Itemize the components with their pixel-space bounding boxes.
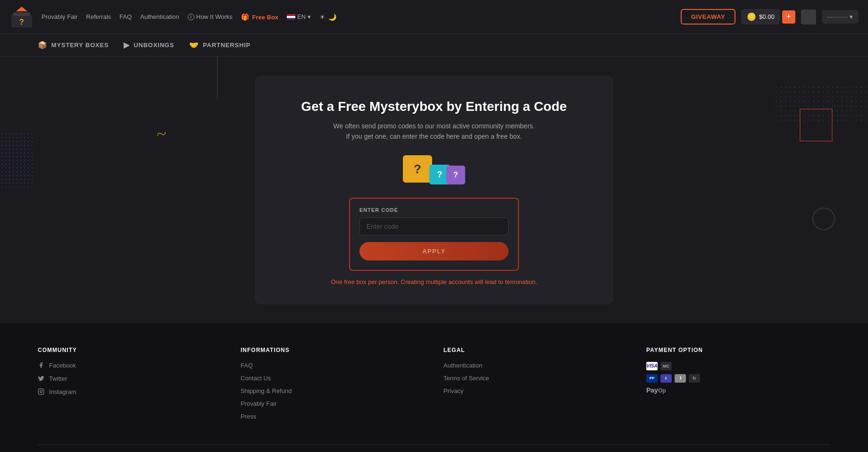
paypal-icon: PP (646, 374, 658, 383)
language-selector[interactable]: EN ▾ (287, 13, 311, 20)
add-funds-button[interactable]: + (782, 10, 795, 24)
code-input-container: ENTER CODE APPLY (349, 198, 519, 271)
nav-how-it-works[interactable]: i How It Works (188, 13, 233, 20)
card-subtitle: We often send promo codes to our most ac… (283, 121, 585, 142)
deco-line (217, 57, 217, 99)
info-icon: i (188, 14, 194, 20)
yellow-box (403, 155, 432, 183)
refresh-icon: ↻ (689, 374, 700, 383)
footer-twitter[interactable]: Twitter (38, 375, 222, 383)
purple-box (446, 166, 465, 184)
free-box-card: Get a Free Mysterybox by Entering a Code… (255, 75, 613, 304)
footer-legal: LEGAL Authentication Terms of Service Pr… (443, 347, 627, 426)
card-title: Get a Free Mysterybox by Entering a Code (283, 99, 585, 114)
flag-icon (287, 14, 295, 20)
footer-divider (38, 444, 830, 445)
facebook-icon (38, 362, 45, 369)
footer-contact-us[interactable]: Contact Us (241, 375, 425, 382)
footer-community: COMMUNITY Facebook Twitter Instagram (38, 347, 222, 426)
box-icon: 📦 (38, 41, 48, 50)
apply-button[interactable]: APPLY (359, 242, 509, 260)
deco-circle (812, 208, 835, 230)
main-content: + ~ Get a Free Mysterybox by Entering a … (0, 57, 868, 323)
footer-payment-title: PAYMENT OPTION (646, 347, 830, 353)
payop-icon: PayOp (646, 386, 666, 394)
sun-icon[interactable]: ☀ (319, 13, 326, 21)
sub-navbar: 📦 MYSTERY BOXES ▶ UNBOXINGS 🤝 PARTNERSHI… (0, 34, 868, 57)
code-input[interactable] (359, 218, 509, 235)
top-nav-links: Provably Fair Referrals FAQ Authenticati… (42, 13, 336, 21)
username-button[interactable]: ············ ▾ (822, 10, 859, 24)
footer-auth[interactable]: Authentication (443, 362, 627, 369)
footer-press[interactable]: Press (241, 413, 425, 420)
svg-rect-4 (38, 389, 44, 394)
footer-community-title: COMMUNITY (38, 347, 222, 353)
nav-referrals[interactable]: Referrals (86, 13, 111, 20)
giveaway-button[interactable]: GIVEAWAY (681, 9, 735, 25)
footer-shipping-refund[interactable]: Shipping & Refund (241, 387, 425, 394)
nav-partnership[interactable]: 🤝 PARTNERSHIP (189, 41, 250, 50)
footer-grid: COMMUNITY Facebook Twitter Instagram (38, 347, 830, 426)
coin-icon: 🪙 (747, 12, 756, 21)
payment-row-2: PP C ℹ ↻ (646, 374, 830, 383)
visa-icon: VISA (646, 362, 658, 370)
handshake-icon: 🤝 (189, 41, 199, 50)
footer-informations-title: INFORMATIONS (241, 347, 425, 353)
footer-provably-fair[interactable]: Provably Fair (241, 400, 425, 407)
instagram-icon (38, 388, 45, 396)
svg-point-5 (40, 390, 42, 393)
balance-button[interactable]: 🪙 $0.00 (741, 9, 780, 25)
svg-marker-2 (16, 7, 27, 11)
play-icon: ▶ (124, 41, 130, 50)
twitter-icon (38, 375, 45, 383)
info-payment-icon: ℹ (675, 374, 686, 383)
chevron-down-icon: ▾ (308, 13, 311, 20)
footer-faq[interactable]: FAQ (241, 362, 425, 369)
gift-icon: 🎁 (241, 13, 249, 21)
nav-mystery-boxes[interactable]: 📦 MYSTERY BOXES (38, 41, 108, 50)
mystery-box-illustration (283, 155, 585, 184)
avatar-button[interactable] (801, 9, 816, 25)
deco-squiggle: ~ (154, 122, 168, 145)
site-logo[interactable]: ? (9, 5, 34, 29)
footer-privacy[interactable]: Privacy (443, 387, 627, 394)
footer-instagram[interactable]: Instagram (38, 388, 222, 396)
footer-informations: INFORMATIONS FAQ Contact Us Shipping & R… (241, 347, 425, 426)
nav-faq[interactable]: FAQ (119, 13, 132, 20)
navbar: ? Provably Fair Referrals FAQ Authentica… (0, 0, 868, 34)
payment-row-3: PayOp (646, 386, 830, 394)
deco-dots-left (0, 132, 33, 189)
nav-authentication[interactable]: Authentication (140, 13, 179, 20)
chevron-down-icon: ▾ (850, 13, 853, 20)
svg-rect-1 (13, 12, 30, 16)
svg-text:?: ? (19, 18, 24, 26)
moon-icon[interactable]: 🌙 (328, 13, 336, 21)
footer-facebook[interactable]: Facebook (38, 362, 222, 369)
footer: COMMUNITY Facebook Twitter Instagram (0, 323, 868, 452)
nav-provably-fair[interactable]: Provably Fair (42, 13, 78, 20)
warning-text: One free box per person. Creating multip… (283, 278, 585, 285)
footer-tos[interactable]: Terms of Service (443, 375, 627, 382)
payment-row-1: VISA MC (646, 362, 830, 370)
deco-rect (800, 109, 833, 142)
nav-free-box[interactable]: 🎁 Free Box (241, 13, 278, 21)
footer-payment: PAYMENT OPTION VISA MC PP C ℹ ↻ PayOp (646, 347, 830, 426)
nav-unboxings[interactable]: ▶ UNBOXINGS (124, 41, 174, 50)
mastercard-icon: MC (660, 362, 672, 370)
footer-legal-title: LEGAL (443, 347, 627, 353)
crypto-c-icon: C (660, 374, 672, 383)
theme-toggle: ☀ 🌙 (319, 13, 336, 21)
svg-point-6 (42, 390, 43, 390)
code-label: ENTER CODE (359, 207, 509, 213)
navbar-right: GIVEAWAY 🪙 $0.00 + ············ ▾ (681, 9, 859, 25)
